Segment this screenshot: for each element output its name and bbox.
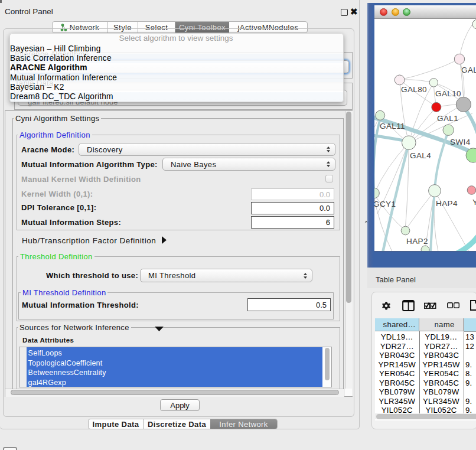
svg-text:GCY1: GCY1 [374,200,396,208]
svg-text:GAL10: GAL10 [435,89,461,98]
svg-text:GAL80: GAL80 [401,85,427,94]
svg-text:SWI4: SWI4 [450,138,471,146]
svg-text:GAL1: GAL1 [437,114,458,123]
svg-text:HAP4: HAP4 [436,199,458,208]
svg-text:Y: Y [472,198,476,207]
svg-text:HAP2: HAP2 [406,237,428,246]
svg-text:GAL11: GAL11 [380,122,405,131]
svg-text:GAL4: GAL4 [410,151,431,160]
svg-text:GAL2: GAL2 [461,66,476,74]
